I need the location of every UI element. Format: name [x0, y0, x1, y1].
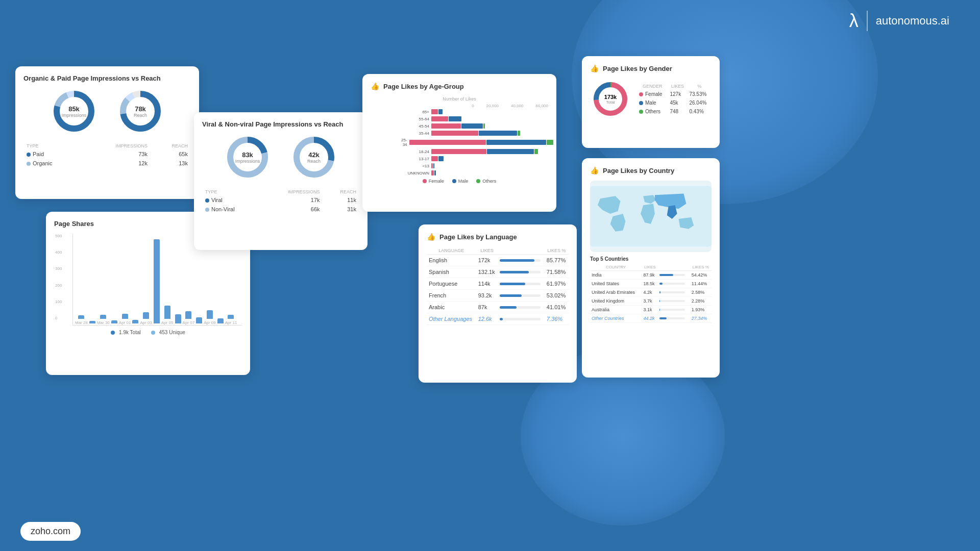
language-table: LANGUAGE LIKES LIKES % English 172k 85.7… [427, 247, 569, 325]
country-likes: 87.9k [642, 271, 658, 280]
viral-donut-impressions: 83k Impressions [225, 134, 271, 180]
female-bar [431, 156, 438, 161]
lang-likes: 132.1k [476, 266, 498, 278]
lang-col-bar [498, 247, 545, 255]
row-reach: 65k [151, 149, 191, 159]
donut-impressions-lbl: Impressions [62, 113, 87, 118]
lang-col-likes: LIKES [476, 247, 498, 255]
others-bar [518, 131, 520, 136]
viral-table: TYPE IMPRESSIONS REACH Viral17k11kNon-Vi… [202, 188, 359, 214]
gender-total-lbl: Total [604, 100, 617, 105]
bar-column: Apr 07 [183, 311, 195, 325]
col-impressions: IMPRESSIONS [82, 142, 151, 149]
header-brand: autonomous.ai [876, 14, 949, 28]
bar [207, 310, 213, 319]
lang-bar [498, 290, 545, 302]
bar [185, 311, 191, 319]
age-row: 13-17 [401, 156, 548, 161]
country-thumb-icon: 👍 [590, 166, 599, 174]
gender-thumb-icon: 👍 [590, 64, 599, 72]
bar-column [217, 318, 224, 325]
legend-item: 453 Unique [151, 330, 185, 335]
gender-layout: 173k Total GENDER LIKES % Female 127k 73… [590, 79, 712, 119]
country-col-name: COUNTRY [590, 264, 642, 271]
country-bar-fill [659, 309, 660, 311]
lang-bar-fill [500, 283, 525, 285]
lang-bar-bg [500, 294, 541, 297]
row-type: Viral [202, 195, 260, 205]
legend-item: 1.9k Total [111, 330, 141, 335]
row-reach: 11k [323, 195, 359, 205]
lang-pct: 85.77% [545, 255, 569, 266]
male-bar [438, 109, 443, 114]
country-name: United Arab Emirates [590, 288, 642, 297]
bar-column [132, 320, 138, 325]
age-row: <13 [401, 163, 548, 168]
age-row: 45-54 [401, 123, 548, 129]
row-impressions: 73k [82, 149, 151, 159]
bar-column: Apr 11 [225, 315, 237, 325]
country-col-likes: LIKES [642, 264, 658, 271]
row-type: Organic [23, 159, 82, 168]
header: λ autonomous.ai [849, 10, 949, 32]
donut-impressions-val: 85k [62, 105, 87, 113]
lang-bar-bg [500, 271, 541, 273]
lang-pct: 53.02% [545, 290, 569, 302]
age-label: 65+ [401, 110, 429, 114]
row-type: Non-Viral [202, 205, 260, 214]
bar-column [111, 320, 117, 325]
row-impressions: 12k [82, 159, 151, 168]
donut-row-viral: 83k Impressions 42k Reach [202, 134, 359, 180]
top5-title: Top 5 Countries [590, 256, 712, 262]
card-gender-title: Page Likes by Gender [603, 65, 672, 72]
viral-col-impressions: IMPRESSIONS [260, 188, 323, 195]
gender-col-pct: % [687, 83, 712, 90]
lang-bar-fill [500, 271, 529, 273]
age-row: 25-34 [401, 138, 548, 147]
table-row: Male 45k 26.04% [637, 98, 712, 107]
gender-table-wrap: GENDER LIKES % Female 127k 73.53% Male 4… [637, 83, 712, 116]
lang-bar [498, 278, 545, 290]
bar-column: Apr 01 [119, 314, 131, 325]
lang-likes: 114k [476, 278, 498, 290]
bar-column [175, 314, 181, 325]
legend-dot [151, 331, 155, 335]
bar-label: Apr 11 [225, 320, 237, 325]
lang-bar [498, 302, 545, 313]
world-map [590, 181, 712, 252]
lang-bar [498, 313, 545, 325]
age-label: 45-54 [401, 124, 429, 129]
lang-name: English [427, 255, 476, 266]
viral-donut-impressions-center: 83k Impressions [235, 151, 260, 164]
donut-row-organic: 85k Impressions 78k Reach [23, 88, 191, 134]
lang-bar-bg [500, 259, 541, 262]
viral-donut-reach-center: 42k Reach [307, 151, 321, 164]
others-bar [483, 123, 485, 129]
age-label: UNKNOWN [401, 171, 429, 176]
viral-donut-reach: 42k Reach [291, 134, 337, 180]
age-row: UNKNOWN [401, 170, 548, 176]
country-likes: 44.2k [642, 314, 658, 323]
lang-bar [498, 266, 545, 278]
age-bar-group [431, 156, 444, 161]
age-row: 18-24 [401, 149, 548, 154]
donut-reach-val: 78k [134, 105, 147, 113]
table-row: Other Languages 12.6k 7.36% [427, 313, 569, 325]
gender-likes: 748 [668, 107, 687, 116]
country-pct: 27.34% [690, 314, 712, 323]
country-bar-fill [659, 300, 660, 302]
age-thumb-icon: 👍 [371, 82, 379, 90]
country-name: United Kingdom [590, 297, 642, 306]
table-row: Paid73k65k [23, 149, 191, 159]
bar [78, 315, 84, 319]
lang-name: Arabic [427, 302, 476, 313]
country-pct: 54.42% [690, 271, 712, 280]
viral-col-type: TYPE [202, 188, 260, 195]
age-label: 18-24 [401, 149, 429, 154]
bar-column: Mar 28 [75, 315, 88, 325]
age-x-label: Number of Likes [371, 96, 548, 102]
row-impressions: 66k [260, 205, 323, 214]
country-bar [658, 314, 690, 323]
male-bar [449, 116, 461, 121]
table-row: Others 748 0.43% [637, 107, 712, 116]
